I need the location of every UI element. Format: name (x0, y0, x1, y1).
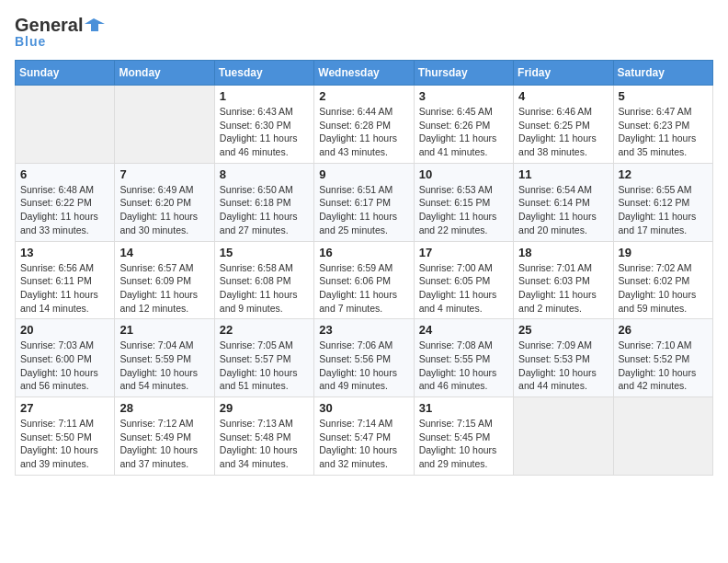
calendar-cell: 12 Sunrise: 6:55 AM Sunset: 6:12 PM Dayl… (613, 163, 712, 241)
day-info: Sunrise: 6:53 AM Sunset: 6:15 PM Dayligh… (419, 183, 508, 237)
calendar-cell: 29 Sunrise: 7:13 AM Sunset: 5:48 PM Dayl… (214, 397, 313, 476)
sunset-label: Sunset: 6:30 PM (220, 120, 291, 131)
sunset-label: Sunset: 5:59 PM (119, 353, 191, 364)
sunset-label: Sunset: 5:56 PM (319, 353, 391, 364)
day-number: 6 (20, 167, 109, 181)
day-number: 30 (319, 401, 408, 415)
logo-general-text: General (15, 15, 83, 36)
logo-blue-text: Blue (15, 34, 46, 49)
calendar-cell: 4 Sunrise: 6:46 AM Sunset: 6:25 PM Dayli… (514, 86, 613, 164)
day-info: Sunrise: 6:47 AM Sunset: 6:23 PM Dayligh… (619, 105, 708, 159)
sunset-label: Sunset: 5:57 PM (220, 353, 291, 364)
daylight-label: Daylight: 10 hours and 34 minutes. (220, 444, 298, 469)
day-info: Sunrise: 6:43 AM Sunset: 6:30 PM Dayligh… (220, 105, 309, 159)
calendar-cell: 1 Sunrise: 6:43 AM Sunset: 6:30 PM Dayli… (214, 86, 313, 164)
page-header: General Blue (15, 15, 713, 49)
day-number: 24 (419, 323, 508, 337)
daylight-label: Daylight: 11 hours and 38 minutes. (518, 132, 597, 157)
calendar-week-row: 13 Sunrise: 6:56 AM Sunset: 6:11 PM Dayl… (16, 241, 713, 319)
sunrise-label: Sunrise: 7:11 AM (20, 418, 94, 429)
day-info: Sunrise: 7:08 AM Sunset: 5:55 PM Dayligh… (419, 339, 508, 393)
calendar-cell: 27 Sunrise: 7:11 AM Sunset: 5:50 PM Dayl… (16, 397, 115, 476)
sunrise-label: Sunrise: 7:02 AM (619, 262, 692, 273)
daylight-label: Daylight: 11 hours and 17 minutes. (619, 211, 697, 236)
daylight-label: Daylight: 11 hours and 43 minutes. (319, 132, 397, 157)
daylight-label: Daylight: 11 hours and 35 minutes. (619, 132, 697, 157)
weekday-header: Tuesday (214, 61, 313, 86)
calendar-week-row: 6 Sunrise: 6:48 AM Sunset: 6:22 PM Dayli… (16, 163, 713, 241)
day-number: 3 (419, 89, 508, 103)
day-info: Sunrise: 6:49 AM Sunset: 6:20 PM Dayligh… (119, 183, 209, 237)
sunrise-label: Sunrise: 6:56 AM (20, 262, 94, 273)
calendar-cell: 5 Sunrise: 6:47 AM Sunset: 6:23 PM Dayli… (613, 86, 712, 164)
sunrise-label: Sunrise: 7:05 AM (220, 339, 293, 350)
sunrise-label: Sunrise: 6:50 AM (220, 184, 293, 195)
calendar-cell (613, 397, 712, 476)
calendar-cell: 22 Sunrise: 7:05 AM Sunset: 5:57 PM Dayl… (214, 319, 313, 397)
calendar-cell: 19 Sunrise: 7:02 AM Sunset: 6:02 PM Dayl… (613, 241, 712, 319)
daylight-label: Daylight: 11 hours and 46 minutes. (220, 132, 298, 157)
weekday-header: Friday (514, 61, 613, 86)
calendar-cell: 26 Sunrise: 7:10 AM Sunset: 5:52 PM Dayl… (613, 319, 712, 397)
sunset-label: Sunset: 6:11 PM (20, 275, 92, 286)
day-number: 14 (119, 246, 209, 259)
sunrise-label: Sunrise: 6:54 AM (518, 184, 592, 195)
daylight-label: Daylight: 11 hours and 22 minutes. (419, 211, 497, 236)
calendar-cell: 2 Sunrise: 6:44 AM Sunset: 6:28 PM Dayli… (314, 86, 414, 164)
day-number: 21 (119, 323, 209, 337)
sunrise-label: Sunrise: 7:15 AM (419, 418, 493, 429)
daylight-label: Daylight: 10 hours and 32 minutes. (319, 444, 397, 469)
sunrise-label: Sunrise: 6:53 AM (419, 184, 493, 195)
calendar-week-row: 1 Sunrise: 6:43 AM Sunset: 6:30 PM Dayli… (16, 86, 713, 164)
sunrise-label: Sunrise: 7:14 AM (319, 418, 392, 429)
daylight-label: Daylight: 11 hours and 4 minutes. (419, 289, 497, 314)
sunrise-label: Sunrise: 6:59 AM (319, 262, 392, 273)
daylight-label: Daylight: 11 hours and 41 minutes. (419, 132, 497, 157)
sunrise-label: Sunrise: 6:49 AM (119, 184, 193, 195)
day-info: Sunrise: 6:55 AM Sunset: 6:12 PM Dayligh… (619, 183, 708, 237)
sunset-label: Sunset: 5:47 PM (319, 431, 391, 442)
daylight-label: Daylight: 10 hours and 37 minutes. (119, 444, 198, 469)
day-info: Sunrise: 6:51 AM Sunset: 6:17 PM Dayligh… (319, 183, 408, 237)
day-number: 20 (20, 323, 109, 337)
weekday-header: Monday (115, 61, 214, 86)
day-number: 5 (619, 89, 708, 103)
calendar-cell: 3 Sunrise: 6:45 AM Sunset: 6:26 PM Dayli… (414, 86, 513, 164)
calendar-cell: 9 Sunrise: 6:51 AM Sunset: 6:17 PM Dayli… (314, 163, 414, 241)
sunrise-label: Sunrise: 7:08 AM (419, 339, 493, 350)
day-info: Sunrise: 7:12 AM Sunset: 5:49 PM Dayligh… (119, 417, 209, 471)
sunset-label: Sunset: 6:23 PM (619, 120, 690, 131)
daylight-label: Daylight: 11 hours and 14 minutes. (20, 289, 98, 314)
sunrise-label: Sunrise: 6:45 AM (419, 106, 493, 117)
sunset-label: Sunset: 6:00 PM (20, 353, 92, 364)
sunset-label: Sunset: 6:20 PM (119, 197, 191, 208)
calendar-header-row: SundayMondayTuesdayWednesdayThursdayFrid… (16, 61, 713, 86)
calendar-week-row: 20 Sunrise: 7:03 AM Sunset: 6:00 PM Dayl… (16, 319, 713, 397)
sunrise-label: Sunrise: 7:09 AM (518, 339, 592, 350)
calendar-cell: 20 Sunrise: 7:03 AM Sunset: 6:00 PM Dayl… (16, 319, 115, 397)
daylight-label: Daylight: 10 hours and 42 minutes. (619, 367, 697, 392)
day-info: Sunrise: 6:46 AM Sunset: 6:25 PM Dayligh… (518, 105, 608, 159)
sunset-label: Sunset: 5:48 PM (220, 431, 291, 442)
sunset-label: Sunset: 6:26 PM (419, 120, 491, 131)
weekday-header: Thursday (414, 61, 513, 86)
sunset-label: Sunset: 5:53 PM (518, 353, 590, 364)
day-info: Sunrise: 7:04 AM Sunset: 5:59 PM Dayligh… (119, 339, 209, 393)
day-number: 18 (518, 246, 608, 259)
day-info: Sunrise: 7:10 AM Sunset: 5:52 PM Dayligh… (619, 339, 708, 393)
day-number: 10 (419, 167, 508, 181)
day-info: Sunrise: 7:00 AM Sunset: 6:05 PM Dayligh… (419, 261, 508, 316)
sunrise-label: Sunrise: 7:01 AM (518, 262, 592, 273)
day-info: Sunrise: 7:03 AM Sunset: 6:00 PM Dayligh… (20, 339, 109, 393)
daylight-label: Daylight: 11 hours and 33 minutes. (20, 211, 98, 236)
day-info: Sunrise: 6:45 AM Sunset: 6:26 PM Dayligh… (419, 105, 508, 159)
day-info: Sunrise: 7:06 AM Sunset: 5:56 PM Dayligh… (319, 339, 408, 393)
day-number: 11 (518, 167, 608, 181)
calendar-cell: 16 Sunrise: 6:59 AM Sunset: 6:06 PM Dayl… (314, 241, 414, 319)
sunrise-label: Sunrise: 6:51 AM (319, 184, 392, 195)
daylight-label: Daylight: 10 hours and 39 minutes. (20, 444, 98, 469)
daylight-label: Daylight: 10 hours and 59 minutes. (619, 289, 697, 314)
sunset-label: Sunset: 5:55 PM (419, 353, 491, 364)
day-number: 12 (619, 167, 708, 181)
day-number: 19 (619, 246, 708, 259)
